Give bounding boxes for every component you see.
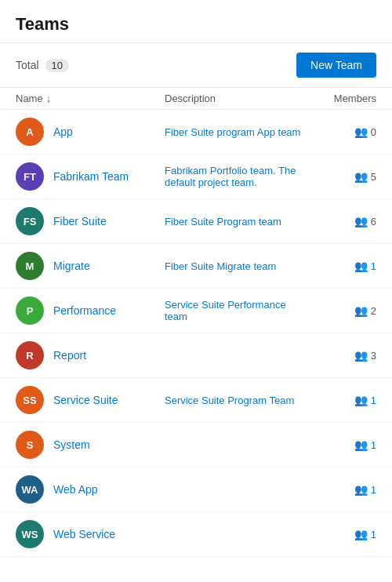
team-name-cell: WA Web App	[16, 475, 165, 504]
total-count: 10	[45, 59, 69, 72]
members-icon: 👥	[354, 528, 368, 540]
table-row[interactable]: FT Fabrikam Team Fabrikam Portfolio team…	[0, 155, 392, 199]
table-header: Name ↓ Description Members	[0, 88, 392, 110]
table-row[interactable]: A App Fiber Suite program App team 👥 0	[0, 110, 392, 155]
team-description: Fiber Suite Migrate team	[165, 260, 314, 272]
total-badge: Total 10	[16, 59, 69, 72]
members-icon: 👥	[354, 394, 368, 406]
avatar: FT	[16, 162, 44, 191]
total-label: Total	[16, 59, 39, 71]
table-row[interactable]: WA Web App 👥 1	[0, 467, 392, 512]
description-column-header: Description	[165, 93, 314, 104]
avatar: P	[16, 296, 44, 325]
teams-list: A App Fiber Suite program App team 👥 0 F…	[0, 110, 392, 557]
team-members: 👥 5	[314, 170, 376, 183]
table-row[interactable]: S System 👥 1	[0, 423, 392, 467]
members-count: 5	[371, 171, 376, 183]
members-count: 3	[371, 350, 376, 362]
team-name: App	[53, 125, 73, 138]
members-count: 1	[371, 439, 376, 451]
team-name: System	[53, 438, 90, 451]
team-name-cell: WS Web Service	[16, 520, 165, 548]
members-icon: 👥	[354, 349, 368, 362]
members-icon: 👥	[354, 170, 368, 183]
team-name: Web App	[53, 483, 98, 496]
members-icon: 👥	[354, 304, 368, 317]
team-members: 👥 1	[314, 528, 376, 540]
new-team-button[interactable]: New Team	[296, 53, 376, 78]
avatar: SS	[16, 386, 44, 414]
page-header: Teams	[0, 0, 392, 43]
team-members: 👥 1	[314, 260, 376, 272]
team-name-cell: FT Fabrikam Team	[16, 162, 165, 191]
team-members: 👥 2	[314, 304, 376, 317]
avatar: S	[16, 431, 44, 459]
avatar: FS	[16, 207, 44, 235]
team-name-cell: R Report	[16, 341, 165, 369]
team-members: 👥 1	[314, 438, 376, 451]
table-row[interactable]: M Migrate Fiber Suite Migrate team 👥 1	[0, 244, 392, 289]
members-icon: 👥	[354, 438, 368, 451]
team-members: 👥 0	[314, 125, 376, 138]
team-name: Service Suite	[53, 394, 118, 406]
team-name: Fabrikam Team	[53, 170, 129, 183]
members-count: 1	[371, 529, 376, 540]
team-name: Fiber Suite	[53, 215, 107, 227]
team-description: Service Suite Performance team	[165, 299, 314, 322]
table-row[interactable]: FS Fiber Suite Fiber Suite Program team …	[0, 199, 392, 244]
team-description: Service Suite Program Team	[165, 395, 314, 406]
avatar: A	[16, 118, 44, 146]
team-name-cell: M Migrate	[16, 252, 165, 280]
team-name-cell: P Performance	[16, 296, 165, 325]
team-name: Performance	[53, 304, 116, 317]
team-description: Fiber Suite Program team	[165, 216, 314, 227]
avatar: WS	[16, 520, 44, 548]
team-members: 👥 3	[314, 349, 376, 362]
team-description: Fiber Suite program App team	[165, 126, 314, 138]
team-members: 👥 1	[314, 483, 376, 496]
avatar: M	[16, 252, 44, 280]
members-icon: 👥	[354, 483, 368, 496]
table-row[interactable]: WS Web Service 👥 1	[0, 512, 392, 557]
team-name: Migrate	[53, 260, 90, 272]
team-name: Report	[53, 349, 86, 362]
name-column-header[interactable]: Name ↓	[16, 93, 165, 104]
table-row[interactable]: P Performance Service Suite Performance …	[0, 289, 392, 333]
table-row[interactable]: SS Service Suite Service Suite Program T…	[0, 378, 392, 423]
members-column-header: Members	[314, 93, 376, 104]
toolbar: Total 10 New Team	[0, 43, 392, 88]
members-count: 1	[371, 484, 376, 496]
team-name-cell: A App	[16, 118, 165, 146]
members-icon: 👥	[354, 125, 368, 138]
page-title: Teams	[16, 14, 376, 35]
avatar: R	[16, 341, 44, 369]
members-icon: 👥	[354, 215, 368, 227]
team-name-cell: S System	[16, 431, 165, 459]
table-row[interactable]: R Report 👥 3	[0, 333, 392, 378]
team-members: 👥 1	[314, 394, 376, 406]
members-count: 0	[371, 126, 376, 138]
members-count: 1	[371, 260, 376, 272]
members-count: 1	[371, 395, 376, 406]
team-description: Fabrikam Portfolio team. The default pro…	[165, 165, 314, 188]
team-name-cell: FS Fiber Suite	[16, 207, 165, 235]
members-count: 6	[371, 216, 376, 227]
members-count: 2	[371, 305, 376, 317]
avatar: WA	[16, 475, 44, 504]
team-members: 👥 6	[314, 215, 376, 227]
team-name: Web Service	[53, 528, 115, 540]
members-icon: 👥	[354, 260, 368, 272]
team-name-cell: SS Service Suite	[16, 386, 165, 414]
